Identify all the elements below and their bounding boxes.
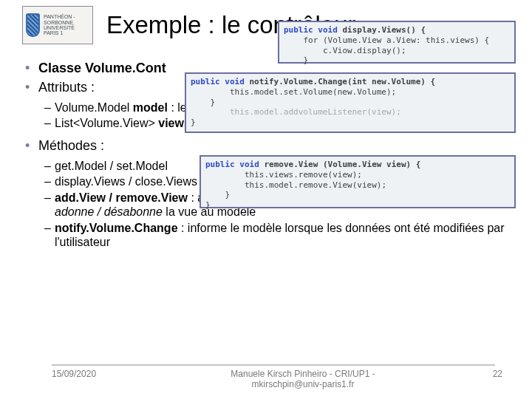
footer-author: Manuele Kirsch Pinheiro - CRI/UP1 - mkir…: [133, 369, 473, 389]
class-text: Classe Volume.Cont: [38, 61, 166, 75]
code-snippet-display-views: public void display.Views() { for (Volum…: [278, 21, 516, 64]
footer-page: 22: [473, 369, 502, 379]
university-logo: PANTHÉON - SORBONNE UNIVERSITÉ PARIS 1: [22, 6, 93, 44]
shield-icon: [26, 13, 40, 37]
method-notify: notify.Volume.Change : informe le modèle…: [22, 221, 510, 250]
footer: 15/09/2020 Manuele Kirsch Pinheiro - CRI…: [0, 364, 532, 389]
code-snippet-remove-view: public void remove.View (Volume.View vie…: [200, 155, 516, 208]
code-snippet-notify-change: public void notify.Volume.Change(int new…: [185, 72, 516, 133]
methods-label: Méthodes :: [22, 138, 510, 154]
slide: PANTHÉON - SORBONNE UNIVERSITÉ PARIS 1 E…: [0, 0, 532, 399]
logo-line2: UNIVERSITÉ PARIS 1: [44, 25, 89, 36]
logo-line1: PANTHÉON - SORBONNE: [44, 14, 89, 25]
footer-date: 15/09/2020: [52, 369, 133, 379]
logo-text: PANTHÉON - SORBONNE UNIVERSITÉ PARIS 1: [44, 14, 89, 35]
